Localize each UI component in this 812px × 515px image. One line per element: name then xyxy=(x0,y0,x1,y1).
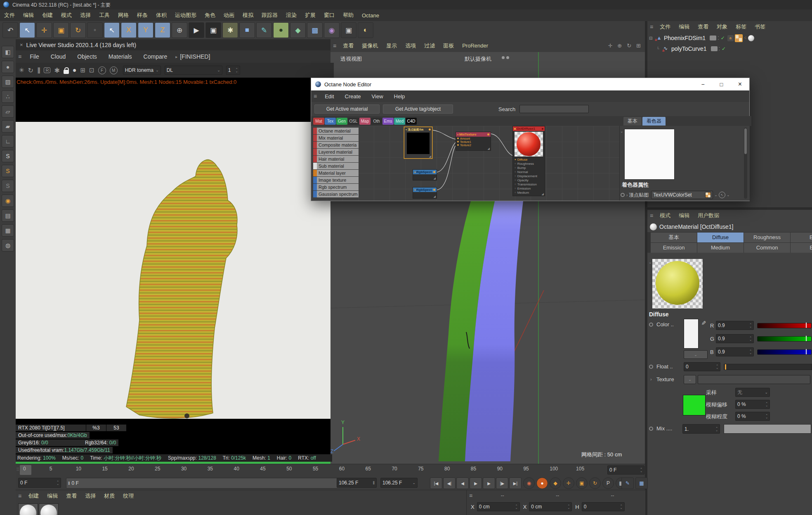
category-tab[interactable]: C4D xyxy=(406,118,417,125)
menu-item[interactable]: 创建 xyxy=(38,12,57,19)
spinner-icon[interactable] xyxy=(57,481,59,485)
autokey-button[interactable]: ● xyxy=(536,477,548,489)
menu-item[interactable]: 模式 xyxy=(57,12,76,19)
menu-item[interactable]: 选择 xyxy=(76,12,95,19)
lv-menu-item[interactable]: Cloud xyxy=(45,53,72,60)
scale-tool[interactable]: ▣ xyxy=(53,22,69,38)
spinner-icon[interactable] xyxy=(765,414,768,418)
library-item[interactable]: Composite materia xyxy=(313,142,359,148)
viewport-pan-icon[interactable]: ✛ xyxy=(605,43,615,49)
menu-item[interactable]: 运动图形 xyxy=(171,12,201,19)
spinner-icon[interactable] xyxy=(515,505,518,509)
add-volume-button[interactable]: ▩ xyxy=(307,22,323,38)
resize-handle[interactable]: ◢ xyxy=(434,177,436,180)
attribute-tab[interactable]: Edi xyxy=(791,243,812,253)
lock-x-button[interactable]: X xyxy=(121,22,137,38)
attr-menu-item[interactable]: 模式 xyxy=(656,212,675,219)
library-item[interactable]: Gaussian spectrum xyxy=(313,191,359,197)
rotate-tool[interactable]: ↻ xyxy=(70,22,86,38)
recent-tool-icon[interactable]: ◦ xyxy=(87,22,103,38)
texture-tag-icon[interactable] xyxy=(735,34,743,42)
input-port-row[interactable]: ○ Opacity xyxy=(513,178,545,182)
hamburger-icon[interactable]: ≡ xyxy=(330,43,339,49)
add-light-button[interactable]: ◐ xyxy=(358,22,373,38)
viewport-layout-icon[interactable]: ⊞ xyxy=(634,43,645,49)
channel-field[interactable]: 0.9 xyxy=(716,334,754,343)
rgb-spectrum-node[interactable]: ▾ RgbSpect ◢ xyxy=(413,169,437,180)
range-end-field-1[interactable]: 106.25 F‖ xyxy=(337,478,377,488)
goto-end-button[interactable]: ▶| xyxy=(509,477,522,489)
category-tab[interactable]: Gen xyxy=(336,118,347,125)
om-menu-item[interactable]: 查看 xyxy=(694,23,713,31)
render-view-button[interactable]: ▶ xyxy=(189,22,204,38)
menu-item[interactable]: 编辑 xyxy=(19,12,38,19)
close-icon[interactable]: × xyxy=(731,81,749,88)
library-item[interactable]: Rgb spectrum xyxy=(313,184,359,190)
add-region-icon[interactable]: ⊞ xyxy=(80,66,86,74)
oct-diffuse-node[interactable]: OctDiffuse1 ● Diffuse ○ Roughness xyxy=(512,126,545,196)
input-port-row[interactable]: Amount xyxy=(456,137,491,140)
get-active-material-button[interactable]: Get Active material xyxy=(314,104,380,114)
record-rotation-button[interactable]: ↻ xyxy=(589,477,601,489)
object-row[interactable]: ⊟ ▲ a PhoenixFDSim1 ⁚ ✓ a ⁖ xyxy=(647,33,812,43)
settings-gear-icon[interactable]: ✱ xyxy=(54,66,59,74)
attr-menu-item[interactable]: 编辑 xyxy=(675,212,694,219)
render-picture-viewer-button[interactable]: ▣ xyxy=(205,22,221,38)
color-mode-dropdown[interactable]: ⌄ xyxy=(684,350,708,359)
material-menu-item[interactable]: 材质 xyxy=(100,492,119,500)
object-row[interactable]: └ ∿ a polyToCurve1 ⁚ ✓ xyxy=(647,43,812,54)
next-key-button[interactable]: |▶ xyxy=(496,477,508,489)
material-menu-item[interactable]: 纹理 xyxy=(119,492,138,500)
mix-texture-node[interactable]: ▾ MixTexture Amount Texture1 xyxy=(456,132,491,151)
coordinate-field[interactable]: 0 cm xyxy=(477,502,520,511)
drag-handle-icon[interactable]: ⁞⁞ xyxy=(17,467,19,472)
refresh-icon[interactable]: ↻ xyxy=(28,66,33,74)
attribute-tab[interactable]: Bur xyxy=(791,233,812,242)
lock-resolution-icon[interactable] xyxy=(64,70,69,74)
menu-item[interactable]: 网格 xyxy=(114,12,133,19)
add-deformer-button[interactable]: ◆ xyxy=(290,22,306,38)
library-item[interactable]: Material layer xyxy=(313,170,359,176)
enabled-check-icon[interactable]: ✓ xyxy=(721,35,725,41)
float-slider[interactable] xyxy=(724,364,812,370)
spinner-icon[interactable] xyxy=(640,468,642,472)
add-spline-button[interactable]: ✎ xyxy=(256,22,272,38)
viewport-menu-item[interactable]: 显示 xyxy=(382,42,401,50)
lv-menu-item[interactable]: File xyxy=(24,53,45,60)
category-tab[interactable]: Med xyxy=(394,118,405,125)
blur-amount-field[interactable]: 0 % xyxy=(735,412,770,421)
paint-mode-button[interactable]: ✎ xyxy=(621,477,634,489)
port-radio-icon[interactable] xyxy=(649,427,653,431)
input-port-row[interactable]: ○ Normal xyxy=(513,170,545,174)
minimize-icon[interactable]: − xyxy=(694,81,712,88)
record-position-button[interactable]: ✛ xyxy=(563,477,574,489)
channel-field[interactable]: 0.9 xyxy=(716,321,754,330)
collapse-icon[interactable]: ▾ xyxy=(414,188,415,191)
spinner-icon[interactable] xyxy=(715,427,718,431)
texture-dropdown[interactable]: ⌄ xyxy=(684,375,696,384)
attribute-tab[interactable]: Diffuse xyxy=(697,233,744,242)
render-region-icon[interactable]: R xyxy=(44,67,50,73)
lv-menu-item[interactable]: Compare xyxy=(138,53,173,60)
add-generator-button[interactable]: ● xyxy=(273,22,289,38)
expand-arrow-icon[interactable]: › xyxy=(650,377,652,382)
input-port-row[interactable]: ○ Transmission xyxy=(513,182,545,186)
menu-item[interactable]: 角色 xyxy=(201,12,220,19)
material-menu-item[interactable]: 编辑 xyxy=(43,492,62,500)
om-menu-item[interactable]: 标签 xyxy=(732,23,751,31)
pick-arrow-icon[interactable]: ↖ xyxy=(719,192,725,198)
vertex-map-field[interactable]: TexUVWColorSet xyxy=(651,191,713,199)
expand-arrow-icon[interactable]: › xyxy=(626,193,628,197)
hamburger-icon[interactable]: ≡ xyxy=(647,24,656,30)
material-thumbnail[interactable] xyxy=(39,503,59,515)
spinner-icon[interactable] xyxy=(765,402,768,406)
enabled-check-icon[interactable]: ✓ xyxy=(722,46,726,52)
material-tag-icon[interactable] xyxy=(748,35,754,41)
viewport-menu-item[interactable]: 摄像机 xyxy=(358,42,382,50)
output-port[interactable] xyxy=(433,189,435,191)
render-settings-button[interactable]: ✱ xyxy=(222,22,238,38)
category-tab[interactable]: Map xyxy=(359,118,371,125)
channel-field[interactable]: 0.9 xyxy=(716,347,754,356)
float-field[interactable]: 0 xyxy=(684,362,720,371)
samples-stepper[interactable]: 1 xyxy=(226,66,240,75)
